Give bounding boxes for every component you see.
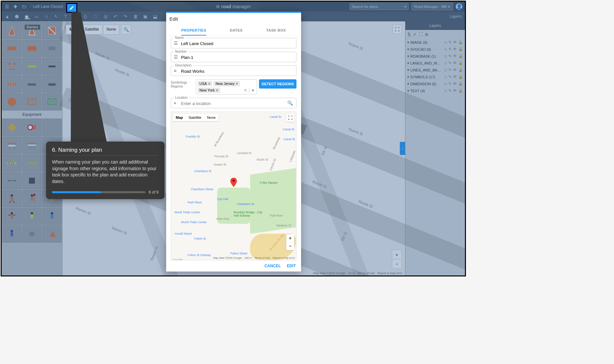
eye-icon[interactable]: 👁 [453,47,457,51]
edit-plan-button[interactable] [66,3,77,13]
undo-icon[interactable]: ↶ [114,14,119,19]
description-field[interactable]: Description ≡ [171,65,296,76]
fit-icon[interactable]: ⛶ [419,32,423,37]
shape-icon[interactable]: ◇ [444,68,447,72]
avatar-icon[interactable]: 👤 [456,3,462,10]
shape-icon[interactable]: ◇ [444,40,447,44]
map-view-none[interactable]: None [103,25,120,35]
palette-item[interactable] [22,190,42,207]
eye-icon[interactable]: 👁 [453,68,457,72]
eye-icon[interactable]: 👁 [453,54,457,58]
symbology-chips[interactable]: USA× New Jersey× New York× × | ▾ [196,79,257,94]
edit-icon[interactable]: ✎ [448,89,451,93]
star-icon[interactable]: ☆ [44,14,50,19]
lock-icon[interactable]: 🔒 [458,82,463,86]
palette-item[interactable] [42,58,62,75]
palette-item[interactable] [22,119,42,136]
minimap-view-satellite[interactable]: Satellite [186,114,204,121]
palette-item[interactable] [2,137,22,154]
search-plans-input[interactable]: Search for plans▾ [349,3,409,10]
map-search-icon[interactable]: 🔍 [121,25,131,35]
minimap-view-none[interactable]: None [204,114,218,121]
location-input[interactable] [181,101,293,106]
palette-item[interactable] [42,22,62,39]
cancel-button[interactable]: CANCEL [265,264,281,268]
eye-icon[interactable]: 👁 [453,89,457,93]
lock-icon[interactable]: 🔒 [458,54,463,58]
minimap-view-map[interactable]: Map [173,114,186,121]
locate-icon[interactable]: ⌖ [174,100,176,106]
eye-icon[interactable]: 👁 [453,75,457,79]
eye-icon[interactable]: 👁 [453,40,457,44]
palette-item[interactable] [22,137,42,154]
chip[interactable]: New Jersey× [214,81,240,86]
clear-chips-icon[interactable]: × [244,88,246,93]
layer-row[interactable]: ▾ROADBASE (1)◇✎👁🔒 [405,53,465,60]
detect-regions-button[interactable]: DETECT REGIONS [259,79,296,89]
palette-item[interactable] [2,225,22,243]
user-menu[interactable]: Road Manager - BM▾ [411,3,453,11]
lock-icon[interactable]: 🔒 [458,89,463,93]
shape-icon[interactable]: ◇ [444,82,447,86]
trash-icon[interactable]: 🗑 [133,14,139,19]
layer-row[interactable]: ▾TEXT (4)◇✎👁🔒 [405,87,465,94]
map-view-map[interactable]: Map [66,25,81,35]
layer-row[interactable]: ▾DIMENSION (0)◇✎👁🔒 [405,80,465,87]
name-input[interactable] [181,41,293,46]
edit-icon[interactable]: ✎ [448,61,451,65]
chip[interactable]: New York× [197,88,220,93]
palette-item[interactable] [22,75,42,92]
collapse-icon[interactable]: ⇅ [407,32,411,37]
shape-icon[interactable]: ◇ [444,61,447,65]
edit-button[interactable]: EDIT [287,264,296,268]
tab-dates[interactable]: DATES [230,26,243,36]
add-layer-icon[interactable]: ⊕ [425,32,428,37]
shape-icon[interactable]: ◇ [444,75,447,79]
palette-item[interactable] [42,40,62,57]
minimap-fullscreen-icon[interactable]: ⛶ [286,114,294,122]
edit-icon[interactable]: ✎ [448,75,451,79]
palette-item[interactable] [2,58,22,75]
chip-remove-icon[interactable]: × [216,88,218,92]
sign-icon[interactable]: ⬟ [15,14,20,19]
tool2-icon[interactable]: □ [94,14,99,19]
minimap[interactable]: Map Satellite None ⛶ + − Canal St Canal … [171,112,296,260]
palette-item[interactable] [22,93,42,110]
target-icon[interactable]: ◎ [104,14,109,19]
eye-icon[interactable]: 👁 [453,61,457,65]
palette-item[interactable] [42,225,62,243]
zoom-in-button[interactable]: + [392,250,401,259]
palette-item[interactable] [22,225,42,243]
layer-row[interactable]: ▾SVGCAD (0)◇✎👁🔒 [405,46,465,53]
palette-item[interactable] [2,22,22,39]
number-input[interactable] [181,55,293,60]
palette-item[interactable] [22,40,42,57]
name-field[interactable]: Name ☰ [171,38,296,48]
edit-icon[interactable]: ✎ [448,47,451,51]
menu-icon[interactable]: ☰ [4,4,10,9]
palette-item[interactable] [22,172,42,189]
layer-row[interactable]: ▾LINES_AND_BARRIERS◇✎👁🔒 [405,66,465,73]
palette-item[interactable] [2,190,22,207]
palette-item[interactable] [2,93,22,110]
palette-item[interactable] [22,208,42,225]
description-input[interactable] [181,69,293,74]
barrier-icon[interactable]: ◉ [25,14,30,19]
collapse-right-icon[interactable]: › [400,142,405,155]
lock-icon[interactable]: 🔒 [458,47,463,51]
shape-icon[interactable]: ▱ [35,14,40,19]
eye-icon[interactable]: 👁 [453,82,457,86]
palette-item[interactable] [2,75,22,92]
print-icon[interactable]: ⎙ [84,14,89,19]
new-icon[interactable]: ✚ [13,4,18,9]
palette-item[interactable] [22,58,42,75]
select-icon[interactable]: ▣ [143,14,148,19]
minimap-zoom-out[interactable]: − [286,242,294,250]
edit-icon[interactable]: ✎ [448,68,451,72]
tool1-icon[interactable]: ▯ [74,14,79,19]
layer-row[interactable]: ▾IMAGE (0)◇✎👁🔒 [405,39,465,46]
palette-item[interactable] [42,208,62,225]
shape-icon[interactable]: ◇ [444,54,447,58]
fullscreen-icon[interactable]: ⛶ [393,25,402,34]
layer-row[interactable]: ▾LANES_AND_MARKINGS◇✎👁🔒 [405,60,465,66]
